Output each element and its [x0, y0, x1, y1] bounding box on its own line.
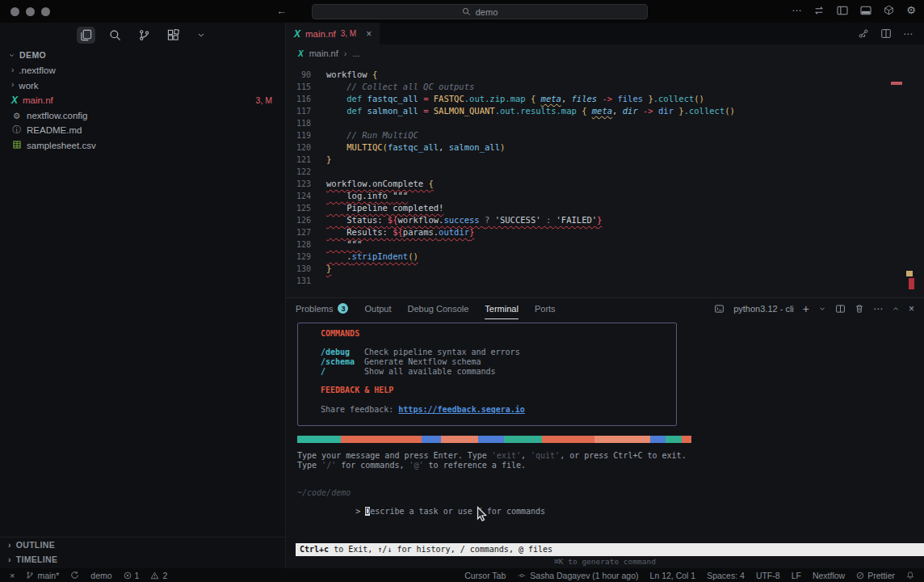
panel-tab-problems[interactable]: Problems3: [296, 298, 348, 319]
chevron-down-icon[interactable]: [193, 27, 209, 42]
panel-tab-ports[interactable]: Ports: [535, 298, 556, 319]
code-line[interactable]: 117 def salmon_all = SALMON_QUANT.out.re…: [286, 105, 924, 117]
code-line[interactable]: 127 Results: ${params.outdir}: [286, 226, 924, 238]
status-item-sasha-dagayev-1-hour-ago[interactable]: Sasha Dagayev (1 hour ago): [517, 571, 638, 580]
split-editor-icon[interactable]: [880, 28, 892, 39]
minimize-window-button[interactable]: [26, 7, 35, 16]
panel-tab-terminal[interactable]: Terminal: [485, 298, 519, 319]
outline-section[interactable]: › OUTLINE: [0, 538, 285, 552]
branch-icon: [26, 571, 34, 580]
panel-tab-output[interactable]: Output: [364, 298, 391, 319]
panel-more-icon[interactable]: ⋯: [873, 303, 883, 314]
code-area[interactable]: 90workflow {115 // Collect all QC output…: [286, 62, 924, 287]
extensions-icon[interactable]: [164, 27, 183, 44]
source-control-icon[interactable]: [135, 27, 153, 44]
command-name: /: [321, 367, 364, 377]
line-content: def fastqc_all = FASTQC.out.zip.map { me…: [326, 93, 704, 105]
code-line[interactable]: 123workflow.onComplete {: [286, 178, 924, 190]
terminal-dropdown-icon[interactable]: [818, 305, 826, 313]
breadcrumb[interactable]: X main.nf › ...: [286, 44, 924, 62]
status-item-ln-12-col-1[interactable]: Ln 12, Col 1: [650, 571, 696, 580]
code-line[interactable]: 118: [286, 117, 924, 129]
toggle-sidebar-icon[interactable]: [837, 6, 848, 15]
breadcrumb-file[interactable]: main.nf: [309, 48, 338, 58]
close-window-button[interactable]: [10, 7, 19, 16]
status-item-demo[interactable]: demo: [90, 571, 111, 580]
back-icon[interactable]: ←: [276, 5, 287, 17]
open-changes-icon[interactable]: [858, 28, 869, 39]
maximize-window-button[interactable]: [41, 7, 50, 16]
more-icon[interactable]: ⋯: [792, 5, 801, 16]
timeline-section[interactable]: › TIMELINE: [0, 552, 285, 567]
close-panel-icon[interactable]: ×: [909, 303, 914, 314]
file-row--nextflow[interactable]: ›.nextflow: [0, 63, 285, 78]
panel-tab-debug-console[interactable]: Debug Console: [408, 298, 469, 319]
terminal-content[interactable]: COMMANDS /debugCheck pipeline syntax and…: [286, 319, 924, 568]
status-item-nextflow[interactable]: Nextflow: [813, 571, 845, 580]
file-row-work[interactable]: ›work: [0, 78, 285, 94]
code-line[interactable]: 125 Pipeline completed!: [286, 202, 924, 214]
line-number: 118: [286, 117, 311, 129]
kill-terminal-trash-icon[interactable]: [855, 304, 864, 314]
feedback-link[interactable]: https://feedback.seqera.io: [398, 405, 525, 414]
line-number: 128: [286, 238, 311, 251]
code-line[interactable]: 116 def fastqc_all = FASTQC.out.zip.map …: [286, 93, 924, 105]
editor-area: X main.nf 3, M × ⋯ X main.nf: [286, 23, 924, 568]
code-line[interactable]: 90workflow {: [286, 69, 924, 81]
status-item-lf[interactable]: LF: [792, 571, 801, 580]
line-number: 124: [286, 190, 311, 202]
code-line[interactable]: 130}: [286, 263, 924, 275]
status-left: ×main*demo12: [10, 571, 167, 580]
search-view-icon[interactable]: [106, 27, 124, 44]
status-item-remote[interactable]: ×: [10, 571, 15, 580]
command-center-search[interactable]: demo: [312, 4, 648, 19]
status-item-1[interactable]: 1: [124, 571, 140, 580]
swap-arrows-icon[interactable]: [813, 6, 825, 15]
search-icon: [462, 7, 471, 16]
file-row-main-nf[interactable]: Xmain.nf3, M: [0, 93, 285, 108]
status-label: Sasha Dagayev (1 hour ago): [530, 571, 638, 580]
code-line[interactable]: 124 log.info """: [286, 190, 924, 202]
status-item-cursor-tab[interactable]: Cursor Tab: [464, 571, 506, 580]
code-line[interactable]: 128 """: [286, 238, 924, 251]
file-row-README-md[interactable]: ⓘREADME.md: [0, 123, 285, 138]
code-line[interactable]: 121}: [286, 154, 924, 166]
breadcrumb-more[interactable]: ...: [352, 48, 359, 58]
file-row-nextflow-config[interactable]: ⚙nextflow.config: [0, 108, 285, 124]
code-line[interactable]: 122: [286, 166, 924, 178]
terminal-profile-label[interactable]: python3.12 - cli: [733, 304, 794, 314]
explorer-section-header[interactable]: DEMO: [0, 47, 285, 63]
explorer-icon[interactable]: [77, 27, 95, 44]
remote-icon: ×: [10, 571, 15, 580]
status-item-2[interactable]: 2: [150, 571, 167, 580]
status-label: UTF-8: [756, 571, 780, 580]
code-line[interactable]: 131: [286, 275, 924, 287]
maximize-panel-icon[interactable]: [892, 305, 900, 313]
status-item-main[interactable]: main*: [26, 571, 59, 580]
tab-main-nf[interactable]: X main.nf 3, M ×: [286, 23, 380, 44]
code-line[interactable]: 126 Status: ${workflow.success ? 'SUCCES…: [286, 214, 924, 226]
split-terminal-icon[interactable]: [835, 304, 846, 314]
file-row-samplesheet-csv[interactable]: samplesheet.csv: [0, 138, 285, 154]
command-name: /debug: [321, 348, 364, 357]
code-line[interactable]: 115 // Collect all QC outputs: [286, 81, 924, 93]
status-item-spaces-4[interactable]: Spaces: 4: [707, 571, 745, 580]
status-item-utf-8[interactable]: UTF-8: [756, 571, 780, 580]
status-item-bell[interactable]: [906, 571, 914, 580]
code-line[interactable]: 120 MULTIQC(fastqc_all, salmon_all): [286, 141, 924, 154]
agent-prompt-input[interactable]: > Describe a task or use / for commands: [297, 498, 545, 525]
command-row: /debugCheck pipeline syntax and errors: [321, 348, 676, 357]
layout-cube-icon[interactable]: [884, 5, 894, 15]
chevron-right-icon: ›: [11, 65, 14, 74]
more-actions-icon[interactable]: ⋯: [903, 28, 913, 40]
settings-gear-icon[interactable]: ⚙: [906, 4, 916, 16]
panel-tab-label: Output: [364, 304, 391, 314]
status-item-prettier[interactable]: Prettier: [856, 571, 895, 580]
status-item-sync[interactable]: [70, 571, 79, 580]
new-terminal-button[interactable]: +: [803, 302, 809, 315]
tab-close-icon[interactable]: ×: [366, 28, 372, 40]
toggle-panel-icon[interactable]: [860, 6, 872, 15]
code-line[interactable]: 119 // Run MultiQC: [286, 129, 924, 141]
code-line[interactable]: 129 .stripIndent(): [286, 251, 924, 263]
tab-problems-badge: 3, M: [341, 29, 356, 38]
